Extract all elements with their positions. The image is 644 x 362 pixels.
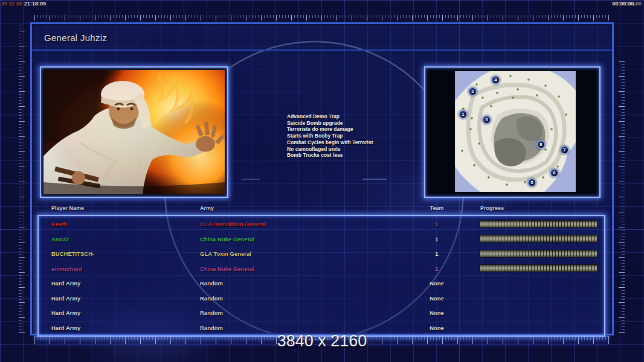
- resolution-overlay: 3840 x 2160: [0, 332, 644, 351]
- table-row: BUCHETITSCH- GLA Toxin General 1: [39, 246, 604, 261]
- progress-fill: [479, 220, 597, 228]
- marker-number: 6: [553, 170, 555, 176]
- player-name: Hard Army: [51, 310, 80, 316]
- player-team: None: [425, 294, 449, 301]
- column-header-player-name: Player Name: [51, 205, 84, 211]
- table-row: simmohard China Nuke General 1: [39, 261, 604, 276]
- start-position-marker: 7: [560, 145, 569, 154]
- marker-number: 1: [462, 112, 464, 117]
- column-header-army: Army: [200, 205, 214, 211]
- player-team: 1: [425, 250, 449, 257]
- player-army: China Nuke General: [200, 235, 254, 242]
- game-timer: 00:00:00.00: [612, 1, 642, 7]
- progress-bar: [479, 264, 597, 272]
- map-preview: 1 2 3 4 5 6 7 8: [455, 71, 576, 192]
- table-row: Keeth GLA Demolition General 1: [39, 217, 604, 232]
- marker-number: 2: [471, 89, 474, 94]
- table-row: Hard Army Random None: [39, 291, 604, 306]
- general-traits-list: Advanced Demo Trap Suicide Bomb upgrade …: [287, 113, 373, 159]
- player-team: None: [425, 324, 449, 331]
- trait-line: Bomb Trucks cost less: [287, 152, 373, 159]
- trait-line: Suicide Bomb upgrade: [287, 120, 373, 127]
- progress-fill: [479, 264, 597, 272]
- title-divider: [32, 49, 612, 51]
- player-team: 1: [425, 265, 449, 272]
- player-army: Random: [200, 294, 223, 301]
- portrait-image: [43, 70, 225, 194]
- map-preview-box: 1 2 3 4 5 6 7 8: [424, 66, 601, 198]
- player-name: Hard Army: [51, 294, 80, 301]
- start-position-marker: 6: [550, 168, 559, 177]
- roster-header: Player Name Army Team Progress: [0, 205, 644, 212]
- table-row: Ano32 China Nuke General 1: [39, 232, 604, 247]
- marker-number: 7: [563, 147, 565, 153]
- player-army: GLA Demolition General: [200, 221, 266, 227]
- player-team: 1: [425, 235, 449, 242]
- trait-line: Advanced Demo Trap: [287, 113, 373, 120]
- column-header-progress: Progress: [480, 205, 504, 211]
- progress-bar: [479, 220, 597, 228]
- trait-line: Combat Cycles begin with Terrorist: [287, 139, 373, 146]
- player-team: 1: [425, 221, 449, 227]
- progress-fill: [479, 250, 597, 258]
- player-name: Hard Army: [51, 280, 80, 287]
- start-position-marker: 1: [459, 110, 468, 119]
- marker-number: 5: [530, 180, 533, 185]
- start-position-marker: 2: [468, 87, 477, 96]
- trait-line: No camouflaged units: [287, 146, 373, 153]
- marker-number: 8: [539, 142, 542, 147]
- progress-bar: [479, 250, 597, 258]
- player-team: None: [425, 310, 449, 316]
- player-name: BUCHETITSCH-: [51, 250, 94, 257]
- player-army: China Nuke General: [200, 265, 254, 272]
- player-army: Random: [200, 310, 223, 316]
- trait-line: Terrorists do more damage: [287, 126, 373, 133]
- marker-number: 4: [494, 77, 497, 83]
- player-name: Ano32: [51, 235, 69, 242]
- fps-clock-readout: 30 32 0021:18:09: [1, 1, 46, 7]
- trait-line: Starts with Booby Trap: [287, 133, 373, 139]
- start-position-marker: 4: [491, 75, 500, 84]
- player-name: Hard Army: [51, 324, 80, 331]
- player-roster: Keeth GLA Demolition General 1 Ano32 Chi…: [37, 215, 605, 337]
- timer-ms: 00: [636, 1, 642, 7]
- clock-text: 21:18:09: [24, 1, 46, 7]
- player-army: Random: [200, 280, 223, 287]
- start-position-marker: 8: [536, 140, 546, 149]
- player-name: Keeth: [51, 221, 67, 227]
- player-team: None: [425, 280, 449, 287]
- progress-fill: [479, 235, 597, 243]
- player-army: Random: [200, 324, 223, 331]
- general-portrait: [40, 66, 228, 198]
- page-title: General Juhziz: [44, 33, 107, 43]
- player-name: simmohard: [51, 265, 82, 272]
- marker-number: 3: [485, 117, 488, 122]
- progress-bar: [479, 235, 597, 243]
- fps-counter: 30 32 00: [1, 1, 22, 7]
- table-row: Hard Army Random None: [39, 305, 604, 320]
- column-header-team: Team: [425, 205, 449, 211]
- table-row: Hard Army Random None: [39, 276, 604, 291]
- player-army: GLA Toxin General: [200, 250, 251, 257]
- loading-screen: 30 32 0021:18:09 00:00:00.00 General Juh…: [0, 0, 644, 362]
- start-position-marker: 3: [482, 115, 491, 124]
- start-position-marker: 5: [527, 178, 536, 187]
- timer-text: 00:00:00.: [612, 1, 636, 7]
